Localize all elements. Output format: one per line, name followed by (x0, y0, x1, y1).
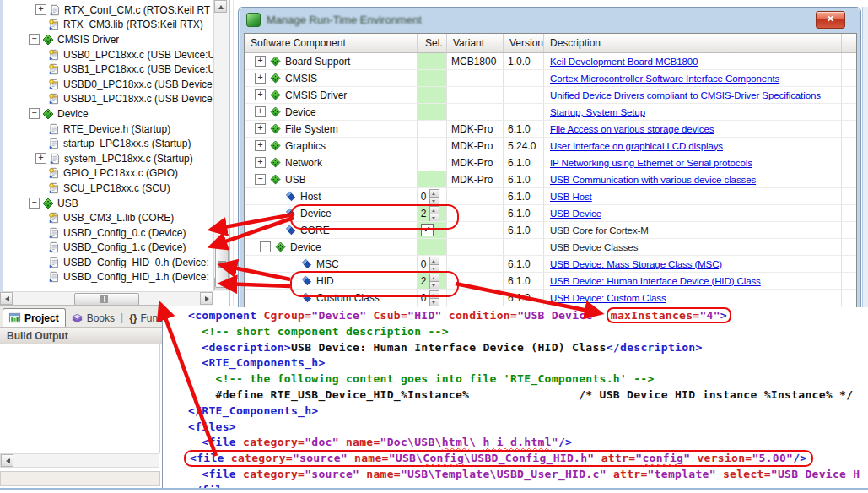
scroll-left-icon[interactable] (0, 292, 13, 305)
description-link[interactable]: Unified Device Drivers compliant to CMSI… (550, 90, 821, 100)
scroll-right-icon[interactable] (200, 292, 213, 305)
spinner-down-icon[interactable] (429, 197, 439, 205)
expand-icon[interactable]: + (255, 73, 266, 84)
component-row[interactable]: Host06.1.0USB Host (245, 188, 856, 205)
scroll-left-icon[interactable] (1, 454, 13, 467)
scrollbar-thumb[interactable] (215, 247, 229, 288)
collapse-icon[interactable]: − (29, 108, 40, 119)
tree-item[interactable]: GPIO_LPC18xx.c (GPIO) (3, 166, 216, 181)
sel-cell[interactable] (418, 171, 447, 187)
expand-icon[interactable]: + (255, 106, 266, 117)
description-link[interactable]: USB Device: Custom Class (550, 293, 666, 303)
tree-item[interactable]: USB_CM3_L.lib (CORE) (3, 210, 216, 225)
sel-cell[interactable] (418, 121, 447, 137)
sel-cell[interactable] (418, 87, 447, 103)
sel-cell[interactable]: 2 (418, 205, 447, 221)
expand-icon[interactable]: + (255, 140, 266, 151)
component-row[interactable]: +CMSIS DriverUnified Device Drivers comp… (245, 87, 856, 104)
sel-cell[interactable]: ✔ (418, 222, 447, 238)
instance-count-stepper[interactable] (429, 189, 439, 204)
description-link[interactable]: USB Host (550, 192, 592, 202)
tree-item[interactable]: USBD0_LPC18xx.c (USB Device: (3, 77, 216, 92)
component-row[interactable]: +NetworkMDK-Pro6.1.0IP Networking using … (245, 154, 856, 171)
sel-cell[interactable] (418, 138, 447, 154)
checked-checkbox-icon[interactable]: ✔ (421, 224, 434, 236)
sel-cell[interactable]: 2 (418, 273, 447, 289)
tree-item[interactable]: −Device (3, 106, 216, 122)
tree-item[interactable]: USBD_Config_HID_1.h (Device: (3, 270, 216, 285)
tree-item[interactable]: USBD_Config_0.c (Device) (3, 225, 216, 241)
description-link[interactable]: User Interface on graphical LCD displays (550, 141, 723, 151)
component-row[interactable]: +GraphicsMDK-Pro5.24.0User Interface on … (245, 138, 856, 154)
collapse-icon[interactable]: − (255, 174, 266, 185)
tree-item[interactable]: USBD_Config_HID_0.h (Device: (3, 255, 216, 270)
sel-cell[interactable] (418, 53, 447, 69)
build-output-panel[interactable] (0, 344, 160, 453)
expand-icon[interactable]: + (255, 157, 266, 168)
tree-item[interactable]: USBD1_LPC18xx.c (USB Device: (3, 92, 216, 107)
dialog-titlebar[interactable]: Manage Run-Time Environment ✕ (239, 8, 860, 33)
tree-item[interactable]: +RTX_Conf_CM.c (RTOS:Keil RT (3, 3, 216, 18)
tree-item[interactable]: SCU_LPC18xx.c (SCU) (3, 181, 216, 196)
collapse-icon[interactable]: − (29, 34, 40, 45)
component-row[interactable]: −USBMDK-Pro6.1.0USB Communication with v… (245, 171, 856, 188)
sel-cell[interactable] (418, 70, 447, 86)
sel-cell[interactable] (418, 104, 447, 120)
tree-item[interactable]: USB1_LPC18xx.c (USB Device:U (3, 62, 216, 77)
tab-books[interactable]: Books (66, 309, 121, 328)
description-link[interactable]: IP Networking using Ethernet or Serial p… (550, 158, 752, 168)
component-row[interactable]: Custom Class06.1.0USB Device: Custom Cla… (245, 290, 856, 306)
description-link[interactable]: Cortex Microcontroller Software Interfac… (550, 73, 779, 84)
component-row[interactable]: +Board SupportMCB18001.0.0Keil Developme… (245, 53, 856, 70)
description-link[interactable]: USB Communication with various device cl… (550, 175, 756, 185)
component-row[interactable]: HID26.1.0USB Device: Human Interface Dev… (245, 273, 856, 290)
instance-count-stepper[interactable] (429, 290, 439, 306)
expand-icon[interactable]: + (255, 123, 266, 134)
tree-item[interactable]: −USB (3, 196, 216, 211)
build-output-scrollbar[interactable] (0, 453, 159, 468)
expand-icon[interactable]: + (255, 89, 266, 100)
scroll-up-icon[interactable] (214, 0, 227, 13)
column-header-variant[interactable]: Variant (447, 34, 504, 52)
instance-count-stepper[interactable] (429, 206, 439, 221)
tree-item[interactable]: −CMSIS Driver (3, 32, 216, 47)
sel-cell[interactable]: 0 (418, 290, 447, 306)
tab-project[interactable]: Project (3, 308, 66, 328)
component-row[interactable]: CORE✔6.1.0USB Core for Cortex-M (245, 222, 856, 239)
description-link[interactable]: USB Device (550, 209, 601, 219)
expand-icon[interactable]: + (35, 153, 46, 164)
spinner-down-icon[interactable] (429, 264, 439, 273)
tree-item[interactable]: startup_LPC18xx.s (Startup) (3, 136, 216, 151)
instance-count-stepper[interactable] (429, 257, 439, 272)
spinner-down-icon[interactable] (429, 281, 439, 290)
tree-vertical-scrollbar[interactable] (213, 0, 229, 291)
component-row[interactable]: +DeviceStartup, System Setup (245, 104, 856, 121)
collapse-icon[interactable]: − (29, 198, 40, 209)
sel-cell[interactable]: 0 (418, 256, 447, 272)
description-link[interactable]: USB Device: Human Interface Device (HID)… (550, 276, 761, 286)
tree-horizontal-scrollbar[interactable] (0, 291, 213, 306)
tree-item[interactable]: +system_LPC18xx.c (Startup) (3, 151, 216, 166)
sel-cell[interactable]: 0 (418, 188, 447, 204)
description-link[interactable]: File Access on various storage devices (550, 124, 714, 134)
spinner-down-icon[interactable] (429, 214, 439, 222)
instance-count-stepper[interactable] (429, 274, 439, 289)
column-header-sel-[interactable]: Sel. (418, 34, 447, 52)
spinner-down-icon[interactable] (429, 298, 439, 306)
expand-icon[interactable]: + (35, 4, 46, 15)
sel-cell[interactable] (418, 239, 447, 255)
component-row[interactable]: +File SystemMDK-Pro6.1.0File Access on v… (245, 121, 856, 138)
description-link[interactable]: Keil Development Board MCB1800 (550, 57, 698, 67)
scrollbar-thumb-horizontal[interactable] (74, 293, 139, 306)
tree-item[interactable]: RTX_CM3.lib (RTOS:Keil RTX) (3, 18, 216, 33)
expand-icon[interactable]: + (255, 56, 266, 67)
component-row[interactable]: Device26.1.0USB Device (245, 205, 856, 222)
description-link[interactable]: Startup, System Setup (550, 107, 645, 117)
tree-item[interactable]: RTE_Device.h (Startup) (3, 122, 216, 137)
pack-xml-code-panel[interactable]: <component Cgroup="Device" Csub="HID" co… (162, 307, 868, 488)
component-row[interactable]: MSC06.1.0USB Device: Mass Storage Class … (245, 256, 856, 273)
component-row[interactable]: +CMSISCortex Microcontroller Software In… (245, 70, 856, 87)
tree-item[interactable]: USBD_Config_1.c (Device) (3, 241, 216, 256)
column-header-description[interactable]: Description (544, 34, 842, 52)
column-header-version[interactable]: Version (504, 34, 544, 52)
